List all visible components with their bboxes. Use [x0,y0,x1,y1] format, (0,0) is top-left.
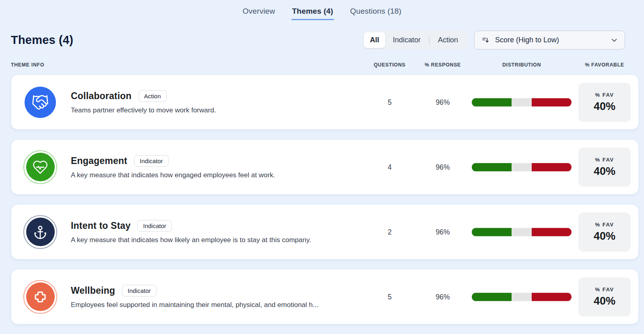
theme-info: Intent to Stay Indicator A key measure t… [71,220,311,244]
header-controls: All Indicator Action Score (High to Low) [362,31,625,50]
top-tab-bar: Overview Themes (4) Questions (18) [0,0,644,20]
favorable-segment [472,163,512,171]
page-header: Themes (4) All Indicator Action Score (H… [0,20,644,50]
theme-icon-wrap [23,150,57,184]
tab-questions[interactable]: Questions (18) [350,7,401,20]
filter-action[interactable]: Action [430,32,466,48]
theme-title: Intent to Stay [71,220,130,231]
favorable-score-label: % FAV [595,92,614,98]
neutral-segment [512,163,532,171]
column-favorable: % FAVORABLE [585,62,624,68]
theme-title: Wellbeing [71,285,115,296]
medical-cross-icon [33,289,48,305]
tab-overview[interactable]: Overview [243,7,275,20]
unfavorable-segment [532,98,572,106]
theme-title: Engagement [71,156,127,166]
neutral-segment [512,98,532,106]
theme-row-collaboration[interactable]: Collaboration Action Teams partner effec… [11,75,638,129]
favorable-score-value: 40% [594,165,615,178]
filter-all[interactable]: All [364,32,385,48]
favorable-score-value: 40% [594,295,615,307]
favorable-segment [472,98,512,106]
column-questions: QUESTIONS [374,62,405,68]
theme-description: A key measure that indicates how likely … [71,236,311,244]
column-response: % RESPONSE [425,62,461,68]
anchor-icon [33,224,48,240]
favorable-score-label: % FAV [595,286,614,293]
column-theme-info: THEME INFO [11,62,44,68]
favorable-segment [472,228,512,236]
theme-type-badge: Indicator [137,220,172,232]
response-rate: 96% [436,98,450,106]
favorable-score-box: % FAV 40% [578,83,631,122]
chevron-down-icon [611,37,618,44]
favorable-score-box: % FAV 40% [578,212,631,251]
favorable-score-label: % FAV [595,222,614,228]
theme-row-wellbeing[interactable]: Wellbeing Indicator Employees feel suppo… [11,270,638,324]
response-rate: 96% [436,163,450,171]
theme-title: Collaboration [71,91,132,102]
theme-icon-wrap [23,215,57,249]
unfavorable-segment [532,293,572,301]
response-rate: 96% [436,293,450,301]
theme-type-filter: All Indicator Action [362,31,467,50]
unfavorable-segment [532,163,572,171]
theme-type-badge: Indicator [122,285,157,297]
favorable-score-box: % FAV 40% [578,147,631,187]
theme-description: A key measure that indicates how engaged… [71,171,275,179]
page-title: Themes (4) [11,33,73,47]
tab-themes[interactable]: Themes (4) [292,7,333,20]
theme-icon-wrap [23,85,57,119]
handshake-icon [31,93,49,111]
filter-divider [429,36,429,45]
filter-indicator[interactable]: Indicator [385,32,428,48]
theme-icon-wrap [23,280,57,314]
sort-selected-value: Score (High to Low) [495,36,605,44]
favorable-score-label: % FAV [595,157,614,163]
questions-count: 5 [388,293,392,301]
distribution-bar [472,98,572,106]
questions-count: 4 [388,163,392,171]
theme-type-badge: Action [138,90,167,102]
theme-type-badge: Indicator [134,155,169,167]
theme-info: Wellbeing Indicator Employees feel suppo… [71,285,318,309]
questions-count: 2 [388,228,392,236]
questions-count: 5 [388,98,392,106]
table-column-headers: THEME INFO QUESTIONS % RESPONSE DISTRIBU… [0,62,644,69]
column-distribution: DISTRIBUTION [502,62,541,68]
theme-list: Collaboration Action Teams partner effec… [11,75,638,324]
favorable-score-value: 40% [594,100,615,113]
distribution-bar [472,293,572,301]
favorable-score-box: % FAV 40% [578,277,631,316]
neutral-segment [512,293,532,301]
response-rate: 96% [436,228,450,236]
unfavorable-segment [532,228,572,236]
theme-row-intent-to-stay[interactable]: Intent to Stay Indicator A key measure t… [11,205,638,259]
heart-pulse-icon [32,159,48,175]
sort-dropdown[interactable]: Score (High to Low) [474,31,625,50]
theme-description: Teams partner effectively to move work f… [71,106,216,114]
neutral-segment [512,228,532,236]
sort-descending-icon [481,36,490,44]
theme-info: Engagement Indicator A key measure that … [71,155,275,179]
distribution-bar [472,163,572,171]
theme-info: Collaboration Action Teams partner effec… [71,90,216,114]
theme-description: Employees feel supported in maintaining … [71,301,318,309]
favorable-score-value: 40% [594,230,615,243]
favorable-segment [472,293,512,301]
theme-row-engagement[interactable]: Engagement Indicator A key measure that … [11,140,638,194]
distribution-bar [472,228,572,236]
